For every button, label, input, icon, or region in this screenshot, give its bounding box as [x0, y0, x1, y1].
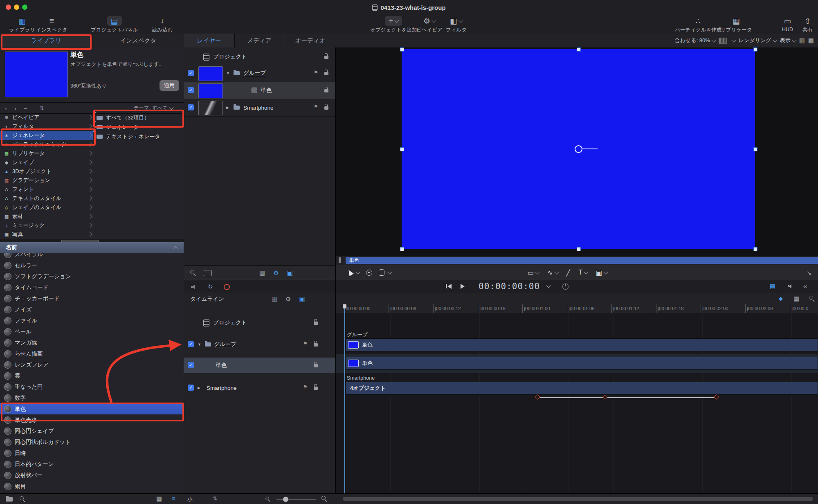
track-bar[interactable]: 単色 — [346, 338, 818, 351]
show-keyframes-icon[interactable]: ◆ — [779, 295, 783, 302]
lock-icon[interactable] — [314, 364, 318, 367]
selection-handle[interactable] — [577, 47, 581, 52]
mute-icon[interactable] — [191, 284, 197, 290]
tab-layers[interactable]: レイヤー — [184, 34, 235, 47]
layers-icon[interactable]: ▣ — [299, 295, 305, 303]
playhead-handle[interactable] — [343, 304, 346, 308]
canvas-viewport[interactable] — [335, 47, 818, 256]
lock-icon[interactable] — [324, 72, 328, 75]
subfolder-row[interactable]: ジェネレータ — [93, 122, 184, 132]
checkbox[interactable] — [188, 70, 194, 76]
generator-item-row[interactable]: 単色 — [0, 403, 184, 414]
lock-icon[interactable] — [314, 322, 318, 325]
generator-item-row[interactable]: タイムコード — [0, 282, 184, 293]
pan-tool-button[interactable] — [379, 269, 391, 276]
category-row[interactable]: ⚙ビヘイビア — [0, 113, 93, 122]
category-row[interactable]: ∗ジェネレータ — [0, 131, 93, 140]
inspector-toolbar-button[interactable]: ≡ インスペクタ — [36, 16, 67, 34]
channel-swatch-dropdown[interactable] — [719, 38, 727, 44]
category-row[interactable]: ∴パーティクルエミッタ — [0, 140, 93, 149]
timeline-tab-label[interactable]: タイムライン — [190, 295, 224, 303]
rect-tool-button[interactable]: ▭ — [528, 269, 539, 277]
track-bar[interactable]: 4オブジェクト — [346, 382, 818, 395]
category-row[interactable]: ▩素材 — [0, 212, 93, 221]
loop-icon[interactable]: ↻ — [208, 283, 213, 290]
selection-handle[interactable] — [400, 147, 404, 151]
timeline-left-row[interactable]: ▼グループ⚑ — [184, 337, 335, 352]
zoom-slider-knob[interactable] — [283, 497, 288, 502]
rewind-icon[interactable]: « — [803, 282, 807, 290]
tab-inspector[interactable]: インスペクタ — [92, 34, 184, 47]
stepper-icon[interactable]: ⇅ — [213, 495, 217, 502]
flag-icon[interactable]: ⚑ — [314, 70, 318, 75]
tab-media[interactable]: メディア — [235, 34, 284, 47]
name-column-header[interactable]: 名前 — [0, 242, 184, 253]
mini-timeline-bar[interactable]: 単色 — [346, 257, 818, 264]
zoom-fit-dropdown[interactable]: 合わせる: 80% — [675, 37, 715, 44]
orbit-3d-tool-button[interactable] — [366, 270, 372, 276]
forward-icon[interactable]: › — [14, 105, 16, 112]
resize-corner-icon[interactable]: ↘ — [807, 269, 812, 277]
play-button[interactable] — [461, 284, 465, 289]
search-icon[interactable] — [190, 270, 196, 276]
keyframe-diamond[interactable] — [535, 394, 541, 400]
category-scrollbar[interactable] — [0, 239, 184, 242]
multi-pane-icon[interactable]: ▦ — [808, 37, 814, 44]
category-row[interactable]: ◐フィルタ — [0, 122, 93, 131]
show-audio-icon[interactable]: ▤ — [770, 283, 775, 290]
category-row[interactable]: Aフォント — [0, 185, 93, 194]
flag-icon[interactable]: ⚑ — [303, 384, 308, 390]
generator-item-row[interactable]: チェッカーボード — [0, 293, 184, 304]
behaviors-toolbar-button[interactable]: ⚙ ビヘイビア — [416, 16, 443, 34]
category-row[interactable]: ◇シェイプのスタイル — [0, 203, 93, 212]
generator-item-row[interactable]: 重なった円 — [0, 381, 184, 392]
single-pane-icon[interactable]: ▥ — [799, 37, 805, 44]
timeline-zoom-icon[interactable] — [809, 296, 815, 302]
text-tool-button[interactable]: T — [578, 269, 588, 276]
zoom-slider[interactable] — [276, 499, 316, 500]
category-row[interactable]: ▥グラデーション — [0, 176, 93, 185]
audio-speaker-icon[interactable] — [788, 284, 794, 289]
timeline-ruler[interactable]: 00:00:00:00|00:00:00:06|00:00:00:12|00:0… — [335, 304, 818, 314]
generator-item-row[interactable]: らせん描画 — [0, 348, 184, 359]
checkbox[interactable] — [188, 362, 194, 368]
mask-tool-button[interactable]: ▣ — [596, 269, 607, 277]
search-icon[interactable] — [20, 496, 26, 502]
timeline-left-row[interactable]: ▶Smartphone⚑ — [184, 380, 335, 396]
track-height-icon[interactable]: ▦ — [793, 295, 799, 302]
generator-item-row[interactable]: 同心円状ポルカドット — [0, 436, 184, 448]
checkbox[interactable] — [188, 341, 194, 347]
layer-row[interactable]: ▶Smartphone⚑ — [184, 99, 335, 117]
checkbox[interactable] — [188, 104, 194, 110]
generator-item-row[interactable]: ファイル — [0, 315, 184, 326]
flag-icon[interactable]: ⚑ — [303, 341, 308, 346]
tab-audio[interactable]: オーディオ — [284, 34, 337, 47]
checker-icon[interactable]: ▦ — [259, 269, 265, 277]
generator-item-row[interactable]: ノイズ — [0, 304, 184, 315]
timeline-left-row[interactable]: プロジェクト — [184, 316, 335, 330]
bezier-tool-button[interactable]: ∿ — [547, 269, 558, 277]
flag-icon[interactable]: ⚑ — [314, 104, 318, 110]
disclosure-triangle[interactable]: ▼ — [198, 342, 201, 346]
selection-handle[interactable] — [753, 247, 757, 251]
timeline-left-row[interactable]: 単色 — [184, 358, 335, 373]
category-row[interactable]: Aテキストのスタイル — [0, 194, 93, 203]
grid-view-icon[interactable]: ▦ — [156, 495, 162, 502]
checkbox[interactable] — [188, 87, 194, 93]
mini-playhead-marker[interactable] — [339, 257, 341, 263]
theme-filter-dropdown[interactable]: テーマ: すべて — [134, 105, 173, 112]
timecode-display[interactable]: 00:00:00:00 — [479, 281, 540, 291]
lock-icon[interactable] — [314, 343, 318, 346]
keyframe-diamond[interactable] — [602, 394, 608, 400]
go-to-start-button[interactable] — [446, 284, 447, 288]
add-object-toolbar-button[interactable]: + オブジェクトを追加 — [370, 16, 417, 34]
generator-item-row[interactable]: 雲 — [0, 370, 184, 381]
timing-gauge-icon[interactable] — [562, 284, 569, 290]
generator-item-row[interactable]: 数字 — [0, 392, 184, 403]
generator-item-row[interactable]: 日時 — [0, 448, 184, 459]
library-toolbar-button[interactable]: ▥ ライブラリ — [9, 16, 35, 34]
make-particles-toolbar-button[interactable]: ∴ パーティクルを作成 — [675, 16, 721, 34]
list-view-icon[interactable]: ≡ — [172, 495, 175, 502]
import-toolbar-button[interactable]: ↓ 読み込む — [152, 16, 173, 34]
stepper-icon[interactable]: ⇅ — [40, 105, 44, 111]
